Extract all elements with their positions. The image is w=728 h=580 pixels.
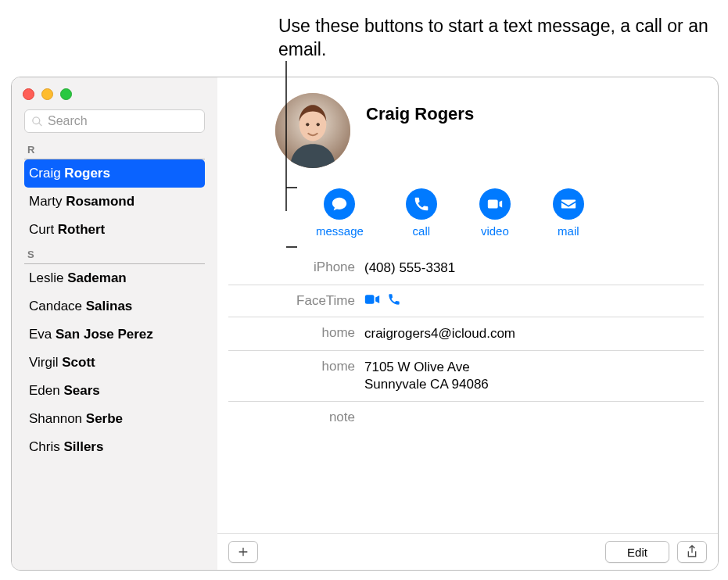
email-value[interactable]: craigrogers4@icloud.com [363, 325, 718, 342]
first-name: Eva [29, 327, 56, 342]
mail-label: mail [558, 224, 579, 238]
edit-button[interactable]: Edit [605, 541, 669, 563]
facetime-video-icon[interactable] [364, 294, 380, 305]
first-name: Marty [29, 194, 66, 209]
search-placeholder: Search [48, 114, 88, 128]
message-button[interactable]: message [316, 188, 364, 238]
svg-point-2 [306, 123, 309, 126]
first-name: Chris [29, 439, 63, 454]
last-name: Rosamond [66, 194, 134, 209]
add-contact-button[interactable] [228, 541, 258, 563]
message-label: message [316, 224, 364, 238]
last-name: Sademan [67, 270, 127, 285]
mail-icon [560, 195, 577, 213]
divider [228, 285, 704, 285]
section-letter: R [24, 144, 205, 156]
list-item[interactable]: Curt Rothert [24, 216, 205, 244]
list-item[interactable]: Marty Rosamond [24, 188, 205, 216]
contact-list: RCraig RogersMarty RosamondCurt RothertS… [12, 139, 217, 570]
address-line1: 7105 W Olive Ave [364, 360, 470, 374]
facetime-label: FaceTime [217, 293, 363, 309]
video-icon [486, 195, 504, 213]
list-item[interactable]: Eden Sears [24, 377, 205, 405]
section-header: R [24, 144, 205, 159]
section-header: S [24, 249, 205, 264]
close-button[interactable] [23, 88, 34, 100]
first-name: Eden [29, 383, 63, 398]
list-item[interactable]: Leslie Sademan [24, 264, 205, 292]
svg-rect-4 [365, 295, 375, 304]
phone-icon [414, 196, 429, 212]
video-button[interactable]: video [479, 188, 511, 238]
window-controls [12, 77, 217, 100]
video-label: video [481, 224, 509, 238]
share-icon [686, 545, 698, 559]
section-letter: S [24, 249, 205, 260]
list-item[interactable]: Virgil Scott [24, 349, 205, 377]
avatar-image [275, 93, 350, 168]
last-name: Salinas [86, 299, 133, 313]
first-name: Leslie [29, 270, 67, 285]
first-name: Virgil [29, 355, 62, 370]
first-name: Curt [29, 222, 58, 237]
share-button[interactable] [677, 541, 707, 563]
first-name: Shannon [29, 411, 86, 426]
search-input[interactable]: Search [24, 109, 205, 133]
list-item[interactable]: Shannon Serbe [24, 405, 205, 433]
divider [24, 159, 205, 159]
last-name: Scott [62, 355, 95, 370]
list-item[interactable]: Candace Salinas [24, 292, 205, 320]
address-line2: Sunnyvale CA 94086 [364, 377, 489, 392]
phone-label: iPhone [217, 260, 363, 275]
message-icon [331, 195, 348, 213]
list-item[interactable]: Chris Sillers [24, 433, 205, 461]
sidebar: Search RCraig RogersMarty RosamondCurt R… [12, 77, 217, 570]
search-icon [31, 116, 43, 127]
address-label: home [217, 359, 363, 374]
avatar[interactable] [275, 93, 350, 168]
callout-text: Use these buttons to start a text messag… [278, 14, 728, 61]
email-label: home [217, 325, 363, 341]
svg-point-3 [317, 123, 320, 126]
last-name: Rothert [58, 222, 105, 237]
minimize-button[interactable] [41, 88, 53, 100]
contact-detail: Craig Rogers message call video mail iP [217, 77, 718, 570]
contacts-window: Search RCraig RogersMarty RosamondCurt R… [11, 77, 719, 571]
first-name: Craig [29, 166, 64, 181]
list-item[interactable]: Eva San Jose Perez [24, 320, 205, 349]
list-item[interactable]: Craig Rogers [24, 159, 205, 188]
address-value[interactable]: 7105 W Olive Ave Sunnyvale CA 94086 [363, 359, 718, 393]
divider [228, 350, 704, 351]
last-name: Sillers [63, 439, 103, 454]
last-name: San Jose Perez [56, 327, 153, 342]
first-name: Candace [29, 299, 86, 313]
divider [24, 263, 205, 264]
plus-icon [237, 546, 249, 558]
divider [228, 401, 704, 402]
divider [228, 317, 704, 317]
call-label: call [413, 224, 431, 238]
zoom-button[interactable] [60, 88, 72, 100]
footer-toolbar: Edit [217, 533, 718, 570]
phone-value[interactable]: (408) 555-3381 [363, 260, 718, 277]
mail-button[interactable]: mail [553, 188, 584, 238]
note-label: note [217, 410, 363, 425]
last-name: Sears [63, 383, 99, 398]
last-name: Serbe [86, 411, 123, 426]
call-button[interactable]: call [406, 188, 437, 238]
facetime-audio-icon[interactable] [388, 293, 400, 306]
contact-name: Craig Rogers [366, 104, 474, 124]
last-name: Rogers [64, 166, 110, 181]
